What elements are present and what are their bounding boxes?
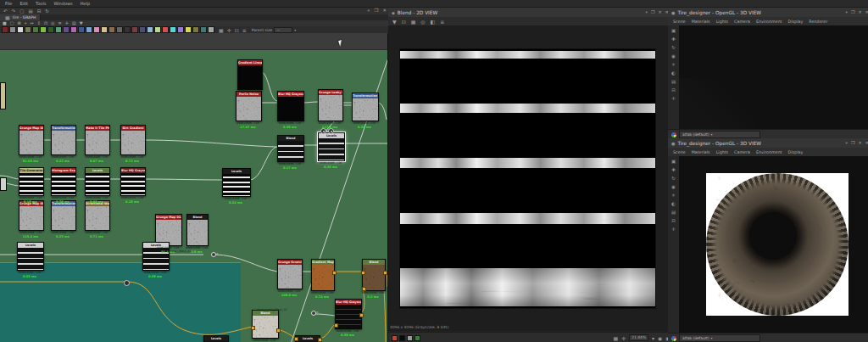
graph-node[interactable]: Histogram Scan bbox=[51, 167, 76, 196]
close-icon[interactable]: ✕ bbox=[381, 8, 387, 14]
graph-node[interactable]: Gradient Linear 1 bbox=[237, 59, 263, 90]
menu-scene[interactable]: Scene bbox=[673, 20, 686, 24]
menu-windows[interactable]: Windows bbox=[53, 1, 72, 6]
node-swatch[interactable] bbox=[116, 26, 123, 33]
panel-menu-icon[interactable]: ≡ bbox=[865, 9, 868, 15]
node-swatch[interactable] bbox=[17, 26, 24, 33]
export-icon[interactable]: ▼ bbox=[392, 19, 398, 25]
material-dropdown[interactable]: altab (default) ▾ bbox=[679, 334, 760, 342]
scene-icon[interactable]: ▣ bbox=[670, 159, 676, 165]
lock-view-icon[interactable]: ◉ bbox=[657, 335, 663, 341]
zoom-level-dropdown[interactable]: 21.44% bbox=[629, 334, 648, 341]
node-view-badge[interactable] bbox=[320, 128, 326, 134]
channel-swatch[interactable] bbox=[407, 335, 413, 341]
graph-node[interactable]: Blend bbox=[186, 214, 209, 246]
graph-node[interactable]: Levels bbox=[203, 335, 229, 342]
undo-icon[interactable]: ↶ bbox=[3, 8, 8, 14]
panel-menu-icon[interactable]: ≡ bbox=[865, 140, 868, 146]
menu-renderer[interactable]: Renderer bbox=[809, 20, 827, 24]
environment-icon[interactable]: ◐ bbox=[670, 70, 676, 76]
display-icon[interactable]: ▤ bbox=[670, 79, 676, 85]
fit-view-icon[interactable]: ⊡ bbox=[401, 19, 407, 25]
graph-node[interactable]: Levels bbox=[17, 242, 44, 271]
align-icon[interactable]: ✛ bbox=[226, 27, 232, 33]
node-swatch[interactable] bbox=[162, 26, 169, 33]
clipped-node[interactable] bbox=[0, 82, 6, 109]
node-swatch[interactable] bbox=[200, 26, 207, 33]
node-swatch[interactable] bbox=[192, 26, 199, 33]
filtering-icon[interactable]: ◎ bbox=[420, 19, 426, 25]
node-swatch[interactable] bbox=[131, 26, 138, 33]
float-icon[interactable]: ❐ bbox=[850, 9, 855, 15]
node-swatch[interactable] bbox=[86, 26, 92, 33]
split-channel-icon[interactable]: ◧ bbox=[430, 19, 437, 25]
material-icon[interactable]: ◉ bbox=[670, 184, 676, 190]
node-swatch[interactable] bbox=[147, 26, 153, 33]
graph-node[interactable]: Tile Generator bbox=[19, 167, 44, 196]
menu-tools[interactable]: Tools bbox=[36, 1, 46, 6]
node-swatch[interactable] bbox=[2, 26, 8, 33]
pointer-icon[interactable]: ■ bbox=[2, 20, 8, 26]
graph-node[interactable]: Dirt Gradient bbox=[120, 125, 146, 155]
node-swatch[interactable] bbox=[25, 26, 31, 33]
dropdown-icon[interactable]: ▼ bbox=[79, 20, 84, 26]
menu-materials[interactable]: Materials bbox=[692, 20, 710, 24]
layers-icon[interactable]: ▤ bbox=[71, 20, 77, 26]
float-icon[interactable]: ❐ bbox=[373, 8, 379, 14]
node-swatch[interactable] bbox=[101, 26, 108, 33]
focus-node-icon[interactable]: ◎ bbox=[50, 20, 55, 26]
material-icon[interactable]: ◉ bbox=[670, 53, 676, 59]
node-graph-canvas[interactable]: Gradient Linear 1Perlin NoiseBlur HQ Gra… bbox=[0, 33, 388, 342]
menu-environment[interactable]: Environment bbox=[756, 20, 782, 24]
scene-icon[interactable]: ▣ bbox=[670, 28, 676, 34]
environment-icon[interactable]: ◐ bbox=[670, 201, 676, 207]
save-icon[interactable]: ⊟ bbox=[36, 8, 42, 14]
menu-file[interactable]: File bbox=[5, 1, 12, 6]
light-icon[interactable]: ☀ bbox=[670, 193, 676, 199]
node-swatch[interactable] bbox=[47, 26, 54, 33]
info-icon[interactable]: ≡ bbox=[439, 19, 445, 25]
graph-node[interactable]: Levels bbox=[318, 132, 345, 161]
menu-edit[interactable]: Edit bbox=[19, 1, 28, 6]
grid-icon[interactable]: ⊞ bbox=[16, 20, 21, 26]
graph-node[interactable]: Gradient Map bbox=[311, 259, 335, 291]
node-swatch[interactable] bbox=[185, 26, 192, 33]
ground-icon[interactable]: ⊟ bbox=[670, 218, 676, 224]
float-icon[interactable]: ❐ bbox=[650, 9, 655, 15]
graph-node[interactable]: Blend bbox=[277, 135, 304, 162]
clipped-node[interactable] bbox=[0, 177, 7, 191]
node-swatch[interactable] bbox=[32, 26, 39, 33]
add-icon[interactable]: ✚ bbox=[670, 167, 676, 173]
new-icon[interactable]: ▢ bbox=[19, 8, 25, 14]
focus-icon[interactable]: ⌖ bbox=[844, 140, 849, 146]
node-view-badge[interactable] bbox=[328, 128, 334, 134]
graph-node[interactable]: Grunge Map 004 bbox=[19, 125, 44, 155]
channel-swatch[interactable] bbox=[392, 335, 398, 341]
graph-node[interactable]: Directional Warp bbox=[85, 200, 110, 231]
node-swatch[interactable] bbox=[40, 26, 47, 33]
material-dropdown[interactable]: altab (default) ▾ bbox=[679, 131, 760, 138]
gizmo-icon[interactable]: ✛ bbox=[670, 96, 676, 102]
menu-lights[interactable]: Lights bbox=[716, 20, 728, 24]
graph-node[interactable]: Grunge Leaky Paint bbox=[318, 89, 343, 121]
zoom-caret-icon[interactable]: ▾ bbox=[651, 335, 655, 341]
view3d-bottom-viewport[interactable] bbox=[679, 156, 868, 333]
grid-snap-icon[interactable]: ▦ bbox=[218, 27, 225, 33]
node-swatch[interactable] bbox=[154, 26, 161, 33]
close-icon[interactable]: ✕ bbox=[858, 140, 863, 146]
graph-node[interactable]: Make It Tile Photo bbox=[85, 125, 110, 155]
focus-icon[interactable]: ⌖ bbox=[844, 9, 849, 15]
menu-camera[interactable]: Camera bbox=[734, 20, 750, 24]
node-swatch[interactable] bbox=[63, 26, 70, 33]
menu-display[interactable]: Display bbox=[788, 20, 804, 24]
open-icon[interactable]: ▤ bbox=[27, 8, 33, 14]
node-swatch[interactable] bbox=[108, 26, 115, 33]
frame-icon[interactable]: ⊡ bbox=[43, 20, 48, 26]
graph-node[interactable]: Levels bbox=[295, 335, 320, 342]
menu-help[interactable]: Help bbox=[81, 1, 90, 6]
graph-node[interactable]: Levels bbox=[222, 168, 251, 197]
node-swatch[interactable] bbox=[9, 26, 16, 33]
tiling-icon[interactable]: ▦ bbox=[410, 19, 417, 25]
parent-size-dropdown[interactable]: — bbox=[274, 27, 292, 33]
channel-swatch[interactable] bbox=[399, 335, 405, 341]
